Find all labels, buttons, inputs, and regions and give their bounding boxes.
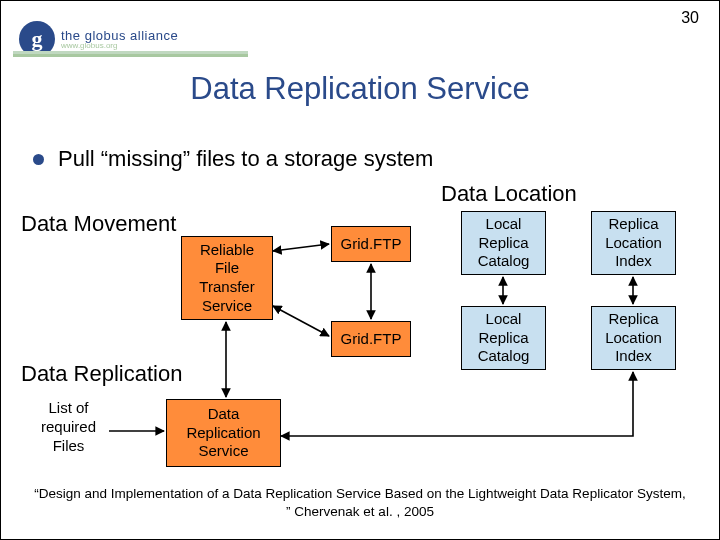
bullet-text: Pull “missing” files to a storage system [58, 146, 433, 172]
logo-underline [13, 51, 248, 57]
diagram-arrows [21, 181, 701, 481]
svg-line-1 [273, 306, 329, 336]
page-title: Data Replication Service [1, 71, 719, 107]
architecture-diagram: Data Location Data Movement Data Replica… [21, 181, 701, 481]
svg-line-0 [273, 244, 329, 251]
citation-text: “Design and Implementation of a Data Rep… [1, 485, 719, 521]
bullet-dot-icon [33, 154, 44, 165]
logo-brand: the globus alliance [61, 29, 178, 42]
page-number: 30 [681, 9, 699, 27]
bullet-item: Pull “missing” files to a storage system [33, 146, 433, 172]
logo-url: www.globus.org [61, 42, 178, 50]
